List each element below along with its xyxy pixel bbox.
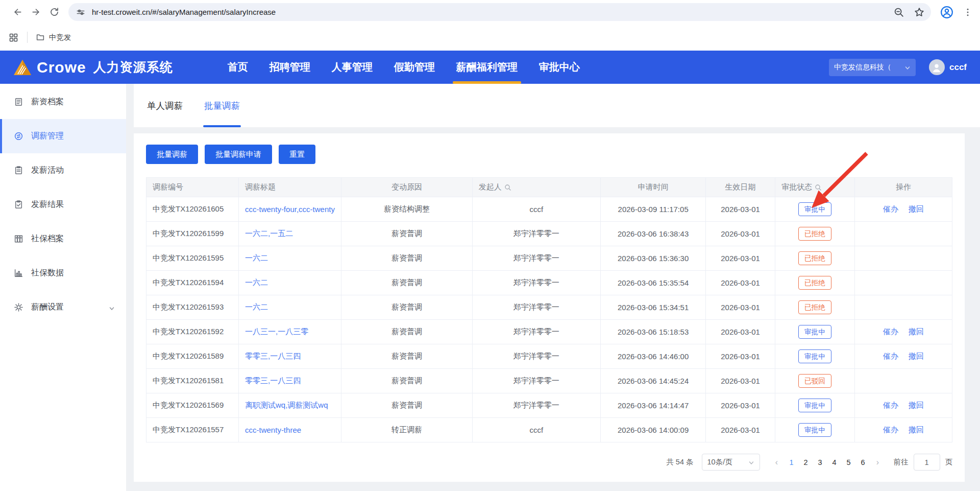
sidebar-item-社保档案[interactable]: 社保档案 — [0, 222, 126, 256]
cell-apply-time: 2026-03-06 15:35:54 — [601, 271, 706, 295]
action-link-撤回[interactable]: 撤回 — [909, 327, 924, 336]
cell-approval-status: 审批中 — [775, 320, 854, 344]
batch-adjust-apply-button[interactable]: 批量调薪申请 — [205, 145, 272, 164]
column-label: 调薪标题 — [245, 182, 276, 192]
app-body: 薪资档案调薪管理发薪活动发薪结果社保档案社保数据薪酬设置 单人调薪 批量调薪 批… — [0, 84, 980, 491]
column-header-title: 调薪标题 — [239, 178, 341, 197]
status-badge: 审批中 — [798, 202, 831, 217]
action-link-撤回[interactable]: 撤回 — [909, 401, 924, 409]
adjust-title-link[interactable]: 零零三,一八三四 — [245, 376, 301, 385]
sidebar-item-label: 社保数据 — [31, 268, 64, 278]
sidebar-item-发薪活动[interactable]: 发薪活动 — [0, 153, 126, 188]
action-link-催办[interactable]: 催办 — [883, 327, 898, 336]
page-number-3[interactable]: 3 — [813, 458, 827, 466]
nav-item-首页[interactable]: 首页 — [217, 51, 259, 84]
tab-batch-adjust[interactable]: 批量调薪 — [203, 84, 241, 127]
adjust-title-link[interactable]: 一六二 — [245, 253, 268, 262]
pagination-goto-input[interactable] — [914, 454, 940, 471]
reset-button[interactable]: 重置 — [279, 145, 315, 164]
column-header-id: 调薪编号 — [146, 178, 239, 197]
chevron-down-icon — [109, 305, 115, 311]
adjust-title-link[interactable]: 离职测试wq,调薪测试wq — [245, 401, 328, 409]
nav-item-人事管理[interactable]: 人事管理 — [321, 51, 383, 84]
cell-apply-time: 2026-03-09 11:17:05 — [601, 197, 706, 222]
nav-item-审批中心[interactable]: 审批中心 — [528, 51, 591, 84]
table-row: 中竞发TX120261593一六二薪资普调郑宇洋零零一2026-03-06 15… — [146, 295, 952, 320]
action-link-催办[interactable]: 催办 — [883, 352, 898, 360]
address-bar[interactable]: hr-test.croweit.cn/#/salaryManagement/sa… — [68, 3, 931, 21]
url-text[interactable]: hr-test.croweit.cn/#/salaryManagement/sa… — [92, 8, 884, 16]
sidebar-item-社保数据[interactable]: 社保数据 — [0, 256, 126, 290]
browser-back-icon[interactable] — [8, 3, 27, 21]
pagination-next-icon[interactable]: › — [870, 458, 886, 467]
batch-adjust-button[interactable]: 批量调薪 — [146, 145, 198, 164]
browser-menu-icon[interactable] — [963, 7, 973, 17]
sidebar-item-薪资档案[interactable]: 薪资档案 — [0, 85, 126, 119]
cell-adjust-id: 中竞发TX120261595 — [146, 246, 239, 271]
cell-effective-date: 2026-03-01 — [706, 295, 775, 320]
action-link-撤回[interactable]: 撤回 — [909, 352, 924, 360]
zoom-icon[interactable] — [893, 7, 904, 18]
adjust-title-link[interactable]: 一八三一,一八三零 — [245, 327, 308, 336]
company-select[interactable]: 中竞发信息科技（ — [829, 59, 916, 76]
page-number-2[interactable]: 2 — [799, 458, 813, 466]
bookmark-star-icon[interactable] — [914, 7, 925, 18]
tab-single-adjust[interactable]: 单人调薪 — [146, 84, 184, 127]
cell-effective-date: 2026-03-01 — [706, 246, 775, 271]
action-link-撤回[interactable]: 撤回 — [909, 204, 924, 213]
status-badge: 审批中 — [798, 349, 831, 364]
column-header-initiator: 发起人 — [472, 178, 600, 197]
cell-adjust-id: 中竞发TX120261593 — [146, 295, 239, 320]
folder-icon — [36, 33, 45, 42]
bookmark-folder[interactable]: 中竞发 — [36, 33, 71, 42]
cell-actions — [854, 271, 952, 295]
page-number-6[interactable]: 6 — [856, 458, 870, 466]
nav-item-薪酬福利管理[interactable]: 薪酬福利管理 — [446, 51, 528, 84]
search-icon[interactable] — [504, 184, 511, 191]
action-link-撤回[interactable]: 撤回 — [909, 425, 924, 434]
username: cccf — [949, 62, 967, 73]
user-avatar[interactable] — [929, 59, 945, 75]
cell-adjust-id: 中竞发TX120261569 — [146, 393, 239, 418]
cell-actions — [854, 369, 952, 393]
cell-apply-time: 2026-03-06 15:36:30 — [601, 246, 706, 271]
adjust-title-link[interactable]: 一六二,一五二 — [245, 229, 293, 238]
action-link-催办[interactable]: 催办 — [883, 425, 898, 434]
browser-forward-icon[interactable] — [27, 3, 45, 21]
browser-profile-icon[interactable] — [940, 6, 953, 19]
search-icon[interactable] — [815, 184, 822, 191]
site-info-icon[interactable] — [76, 7, 86, 17]
sidebar-item-调薪管理[interactable]: 调薪管理 — [0, 119, 126, 153]
column-header-inner: 调薪标题 — [245, 182, 276, 192]
nav-item-假勤管理[interactable]: 假勤管理 — [383, 51, 446, 84]
cell-adjust-title: 一六二 — [239, 271, 341, 295]
page-number-5[interactable]: 5 — [842, 458, 856, 466]
pagination-prev-icon[interactable]: ‹ — [769, 458, 785, 467]
cell-change-reason: 薪资普调 — [341, 271, 472, 295]
adjust-title-link[interactable]: 零零三,一八三四 — [245, 352, 301, 360]
adjust-title-link[interactable]: ccc-twenty-three — [245, 426, 301, 434]
sidebar-item-薪酬设置[interactable]: 薪酬设置 — [0, 290, 126, 324]
cell-apply-time: 2026-03-06 14:46:00 — [601, 344, 706, 369]
page-number-1[interactable]: 1 — [785, 458, 799, 466]
cell-adjust-title: 零零三,一八三四 — [239, 369, 341, 393]
page-number-4[interactable]: 4 — [827, 458, 842, 466]
cell-adjust-title: 一六二 — [239, 295, 341, 320]
adjust-title-link[interactable]: ccc-twenty-four,ccc-twenty — [245, 205, 335, 214]
cell-approval-status: 审批中 — [775, 344, 854, 369]
brand-name: Crowe — [37, 59, 86, 76]
adjust-title-link[interactable]: 一六二 — [245, 302, 268, 311]
cell-effective-date: 2026-03-01 — [706, 393, 775, 418]
column-header-actions: 操作 — [854, 178, 952, 197]
page-size-select[interactable]: 10条/页 — [702, 454, 760, 471]
column-label: 审批状态 — [781, 182, 812, 192]
sidebar-item-发薪结果[interactable]: 发薪结果 — [0, 188, 126, 222]
nav-item-招聘管理[interactable]: 招聘管理 — [259, 51, 321, 84]
column-header-inner: 调薪编号 — [153, 182, 183, 192]
tab-groups-icon[interactable] — [8, 32, 19, 43]
adjust-title-link[interactable]: 一六二 — [245, 278, 268, 287]
action-link-催办[interactable]: 催办 — [883, 401, 898, 409]
action-link-催办[interactable]: 催办 — [883, 204, 898, 213]
cell-adjust-title: 离职测试wq,调薪测试wq — [239, 393, 341, 418]
browser-reload-icon[interactable] — [45, 3, 63, 21]
